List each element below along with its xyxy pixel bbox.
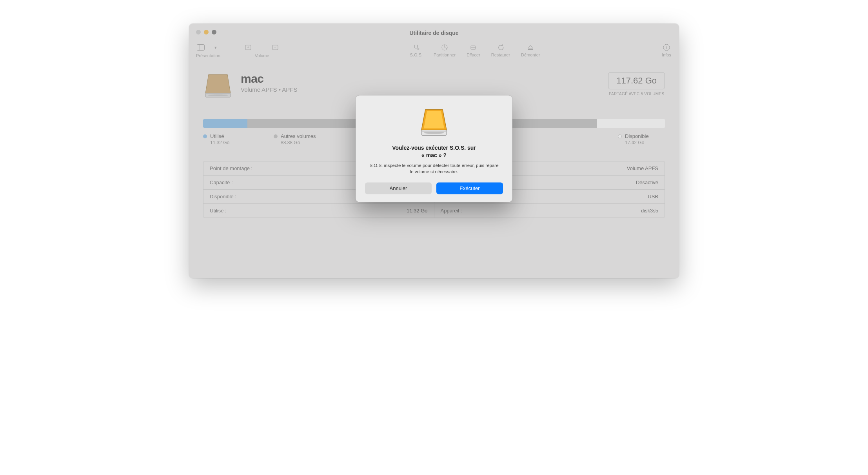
cancel-button[interactable]: Annuler xyxy=(365,183,432,194)
svg-rect-23 xyxy=(422,131,446,132)
fullscreen-window-button[interactable] xyxy=(212,30,216,34)
window-controls xyxy=(196,30,216,34)
titlebar: Utilitaire de disque xyxy=(189,24,679,42)
svg-marker-20 xyxy=(424,111,444,129)
svg-point-6 xyxy=(418,48,419,50)
drive-icon xyxy=(203,72,233,100)
svg-line-9 xyxy=(445,47,447,49)
toolbar-erase[interactable]: Effacer xyxy=(467,42,480,57)
sos-confirm-dialog: Voulez-vous exécuter S.O.S. sur « mac » … xyxy=(356,96,512,202)
close-window-button[interactable] xyxy=(196,30,201,34)
toolbar-sos-label: S.O.S. xyxy=(410,53,422,57)
minimize-window-button[interactable] xyxy=(204,30,209,34)
volume-add-icon: + xyxy=(245,44,252,51)
table-row: Utilisé :11.32 Go xyxy=(203,204,434,218)
toolbar-presentation[interactable]: ▾ Présentation xyxy=(196,42,220,58)
sidebar-icon xyxy=(197,44,205,51)
svg-rect-0 xyxy=(197,45,204,51)
legend-used-label: Utilisé xyxy=(210,133,224,139)
info-icon: i xyxy=(663,42,670,53)
external-drive-icon xyxy=(418,107,450,140)
toolbar-partition-label: Partitionner xyxy=(434,53,456,57)
toolbar-divider xyxy=(262,42,262,53)
svg-marker-16 xyxy=(205,74,231,93)
dialog-title: Voulez-vous exécuter S.O.S. sur « mac » … xyxy=(365,144,503,159)
toolbar-unmount-label: Démonter xyxy=(521,53,540,57)
volume-name: mac xyxy=(241,72,600,85)
dialog-body: S.O.S. inspecte le volume pour détecter … xyxy=(365,162,503,174)
toolbar-volume-label: Volume xyxy=(255,53,269,58)
svg-marker-12 xyxy=(528,45,533,48)
usage-segment-used xyxy=(203,119,247,128)
volume-size-box: 117.62 Go xyxy=(608,72,665,89)
toolbar-sos[interactable]: S.O.S. xyxy=(410,42,422,57)
toolbar-info[interactable]: i Infos xyxy=(662,42,671,57)
dot-icon xyxy=(618,134,622,138)
volume-subtitle: Volume APFS • APFS xyxy=(241,86,600,93)
svg-text:−: − xyxy=(274,45,276,49)
toolbar-unmount[interactable]: Démonter xyxy=(521,42,540,57)
dot-icon xyxy=(274,134,278,138)
legend-free-value: 17.42 Go xyxy=(625,140,665,145)
svg-text:i: i xyxy=(666,45,667,50)
window-title: Utilitaire de disque xyxy=(409,30,458,36)
svg-point-18 xyxy=(208,94,228,96)
eraser-icon xyxy=(469,42,477,53)
legend-used-value: 11.32 Go xyxy=(210,140,250,145)
volume-remove-icon: − xyxy=(272,44,280,51)
legend-free: Disponible 17.42 Go xyxy=(618,133,665,145)
restore-icon xyxy=(497,42,505,53)
toolbar-restore-label: Restaurer xyxy=(491,53,510,57)
pie-icon xyxy=(441,42,449,53)
svg-text:+: + xyxy=(247,45,249,49)
toolbar: ▾ Présentation + − Volume S.O.S. xyxy=(189,42,679,63)
toolbar-volume[interactable]: + − Volume xyxy=(245,42,280,58)
run-button[interactable]: Exécuter xyxy=(436,183,503,194)
usage-segment-free xyxy=(597,119,665,128)
chevron-down-icon: ▾ xyxy=(212,44,220,51)
table-row: Appareil :disk3s5 xyxy=(434,204,665,218)
svg-rect-13 xyxy=(528,49,533,50)
volume-shared-text: PARTAGÉ AVEC 5 VOLUMES xyxy=(608,92,665,96)
toolbar-erase-label: Effacer xyxy=(467,53,480,57)
toolbar-restore[interactable]: Restaurer xyxy=(491,42,510,57)
toolbar-info-label: Infos xyxy=(662,53,671,57)
eject-icon xyxy=(527,42,534,53)
toolbar-center: S.O.S. Partitionner Effacer Restaurer xyxy=(288,42,662,57)
legend-used: Utilisé 11.32 Go xyxy=(203,133,250,145)
toolbar-presentation-label: Présentation xyxy=(196,53,220,58)
stethoscope-icon xyxy=(412,42,420,53)
disk-utility-window: Utilitaire de disque ▾ Présentation + − xyxy=(189,24,679,278)
toolbar-partition[interactable]: Partitionner xyxy=(434,42,456,57)
dot-icon xyxy=(203,134,207,138)
legend-other-label: Autres volumes xyxy=(281,133,316,139)
legend-free-label: Disponible xyxy=(625,133,649,139)
